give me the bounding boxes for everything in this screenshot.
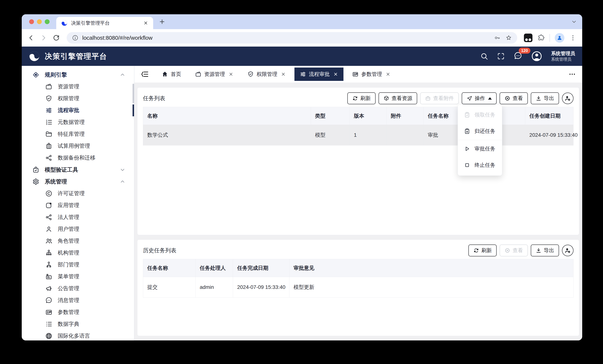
password-key-icon[interactable] bbox=[494, 34, 500, 41]
sidebar-item-org-mgmt[interactable]: 机构管理 bbox=[22, 247, 134, 259]
sidebar-scrollbar-thumb[interactable] bbox=[133, 84, 134, 103]
tab-permission-mgmt[interactable]: 权限管理 bbox=[242, 68, 291, 81]
extension-icon[interactable] bbox=[524, 34, 533, 42]
back-icon[interactable] bbox=[27, 34, 35, 42]
sidebar-group-model-validation[interactable]: 模型验证工具 bbox=[22, 164, 134, 176]
site-info-icon[interactable] bbox=[72, 34, 79, 41]
column-header[interactable]: 任务完成日期 bbox=[233, 259, 290, 277]
column-header[interactable]: 版本 bbox=[349, 107, 386, 125]
column-header[interactable]: 审批意见 bbox=[290, 259, 573, 277]
search-icon[interactable] bbox=[480, 52, 488, 60]
toolbar-divider bbox=[550, 34, 550, 42]
browser-menu-kebab-icon[interactable] bbox=[569, 34, 577, 42]
history-refresh-button[interactable]: 刷新 bbox=[468, 245, 497, 256]
sidebar-group-label: 模型验证工具 bbox=[45, 166, 78, 174]
puzzle-extensions-icon[interactable] bbox=[537, 34, 545, 42]
sidebar-group-rule-engine[interactable]: 规则引擎 bbox=[22, 69, 134, 81]
menu-item-label: 归还任务 bbox=[475, 128, 495, 135]
sidebar-item-parameter-mgmt[interactable]: 参数管理 bbox=[22, 306, 134, 318]
action-dropdown-button[interactable]: 操作 bbox=[462, 92, 497, 104]
sidebar-item-label: 元数据管理 bbox=[58, 119, 85, 126]
tab-close-icon[interactable] bbox=[385, 72, 391, 77]
tab-home[interactable]: 首页 bbox=[156, 68, 186, 81]
menu-item-approve-task[interactable]: 审批任务 bbox=[458, 141, 502, 157]
column-header[interactable]: 类型 bbox=[311, 107, 350, 125]
sidebar-item-menu-mgmt[interactable]: 菜单管理 bbox=[22, 271, 134, 283]
sidebar-item-workflow-approval[interactable]: 流程审批 bbox=[22, 104, 134, 116]
sidebar-item-metadata-mgmt[interactable]: 元数据管理 bbox=[22, 116, 134, 128]
menu-item-terminate-task[interactable]: 终止任务 bbox=[458, 157, 502, 173]
sidebar-item-app-mgmt[interactable]: 应用管理 bbox=[22, 199, 134, 211]
collapse-sidebar-icon[interactable] bbox=[141, 70, 149, 78]
export-button[interactable]: 导出 bbox=[531, 92, 559, 104]
history-table-row[interactable]: 提交 admin 2024-07-09 15:33:40 模型更新 bbox=[143, 277, 573, 297]
forward-icon[interactable] bbox=[40, 34, 47, 42]
menu-divider bbox=[458, 140, 502, 140]
more-tabs-icon[interactable] bbox=[568, 70, 576, 78]
sidebar-item-message-mgmt[interactable]: 消息管理 bbox=[22, 295, 134, 306]
column-header[interactable]: 任务名称 bbox=[143, 259, 196, 277]
tab-label: 首页 bbox=[171, 71, 181, 78]
column-header[interactable]: 附件 bbox=[386, 107, 423, 125]
sidebar-item-license-mgmt[interactable]: 许可证管理 bbox=[22, 188, 134, 199]
browser-tab[interactable]: 决策引擎管理平台 bbox=[56, 17, 153, 29]
sidebar-item-legal-entity-mgmt[interactable]: 法人管理 bbox=[22, 211, 134, 223]
sidebar-item-test-case-mgmt[interactable]: 试算用例管理 bbox=[22, 140, 134, 152]
column-header[interactable]: 任务创建日期 bbox=[525, 107, 573, 125]
column-header[interactable]: 名称 bbox=[143, 107, 311, 125]
sidebar-item-dept-mgmt[interactable]: 部门管理 bbox=[22, 259, 134, 271]
tab-close-icon[interactable] bbox=[281, 72, 286, 77]
sidebar-item-resource-mgmt[interactable]: 资源管理 bbox=[22, 81, 134, 92]
tab-close-icon[interactable] bbox=[228, 72, 233, 77]
tab-label: 参数管理 bbox=[361, 71, 382, 78]
sidebar-item-feature-store[interactable]: 特征库管理 bbox=[22, 128, 134, 140]
folder-icon bbox=[45, 130, 53, 138]
user-name: 系统管理员 bbox=[551, 50, 575, 57]
sidebar-item-data-backup[interactable]: 数据备份和迁移 bbox=[22, 152, 134, 164]
menu-item-return-task[interactable]: 归还任务 bbox=[458, 123, 502, 139]
tab-close-icon[interactable] bbox=[143, 20, 148, 26]
bookmark-star-icon[interactable] bbox=[505, 34, 512, 41]
column-settings-button[interactable] bbox=[562, 92, 573, 104]
address-bar[interactable]: localhost:8080/#/re/workflow bbox=[67, 32, 517, 44]
favicon-icon bbox=[61, 20, 68, 26]
history-table: 任务名称 任务处理人 任务完成日期 审批意见 提交 admin bbox=[143, 259, 573, 297]
tab-resource-mgmt[interactable]: 资源管理 bbox=[190, 68, 239, 81]
sidebar-item-i18n[interactable]: 国际化多语言 bbox=[22, 330, 134, 341]
tab-workflow-approval[interactable]: 流程审批 bbox=[294, 68, 343, 81]
sidebar-item-data-dictionary[interactable]: 数据字典 bbox=[22, 318, 134, 330]
sidebar-item-user-mgmt[interactable]: 用户管理 bbox=[22, 223, 134, 235]
fullscreen-icon[interactable] bbox=[497, 52, 505, 60]
sidebar-item-permission-mgmt[interactable]: 权限管理 bbox=[22, 92, 134, 104]
sidebar-item-label: 数据字典 bbox=[58, 320, 79, 328]
sidebar-group-system-mgmt[interactable]: 系统管理 bbox=[22, 176, 134, 188]
column-header[interactable]: 任务名称 bbox=[424, 107, 458, 125]
tab-close-icon[interactable] bbox=[333, 72, 338, 77]
messages-button[interactable]: 120 bbox=[513, 51, 522, 61]
history-column-settings-button[interactable] bbox=[562, 245, 573, 256]
sidebar-item-announcement-mgmt[interactable]: 公告管理 bbox=[22, 283, 134, 295]
user-block[interactable]: 系统管理员 系统管理员 bbox=[551, 50, 575, 62]
caret-up-icon bbox=[488, 97, 492, 100]
user-avatar[interactable] bbox=[531, 50, 543, 62]
column-header[interactable]: 任务处理人 bbox=[196, 259, 233, 277]
reload-icon[interactable] bbox=[53, 34, 60, 42]
view-resource-button[interactable]: 查看资源 bbox=[379, 92, 417, 104]
refresh-button[interactable]: 刷新 bbox=[347, 92, 376, 104]
window-zoom-button[interactable] bbox=[45, 19, 50, 24]
sidebar-item-role-mgmt[interactable]: 角色管理 bbox=[22, 235, 134, 247]
browser-profile-avatar[interactable] bbox=[555, 33, 564, 43]
view-button[interactable]: 查看 bbox=[499, 92, 528, 104]
new-tab-button[interactable] bbox=[159, 18, 165, 25]
window-minimize-button[interactable] bbox=[37, 19, 42, 24]
history-export-button[interactable]: 导出 bbox=[531, 245, 559, 256]
tab-parameter-mgmt[interactable]: 参数管理 bbox=[347, 68, 396, 81]
url-text: localhost:8080/#/re/workflow bbox=[82, 35, 153, 41]
globe-icon bbox=[45, 332, 53, 340]
chevron-up-icon bbox=[120, 72, 126, 78]
shield-check-icon bbox=[247, 71, 254, 78]
window-close-button[interactable] bbox=[29, 19, 34, 24]
task-table-row[interactable]: 数学公式 模型 1 审批 2024-07-09 15:33:40 bbox=[143, 125, 573, 146]
tab-search-chevron-icon[interactable] bbox=[571, 19, 577, 25]
task-table-header-row: 名称 类型 版本 附件 任务名称 任务处理人 任务创建日期 bbox=[143, 107, 573, 125]
